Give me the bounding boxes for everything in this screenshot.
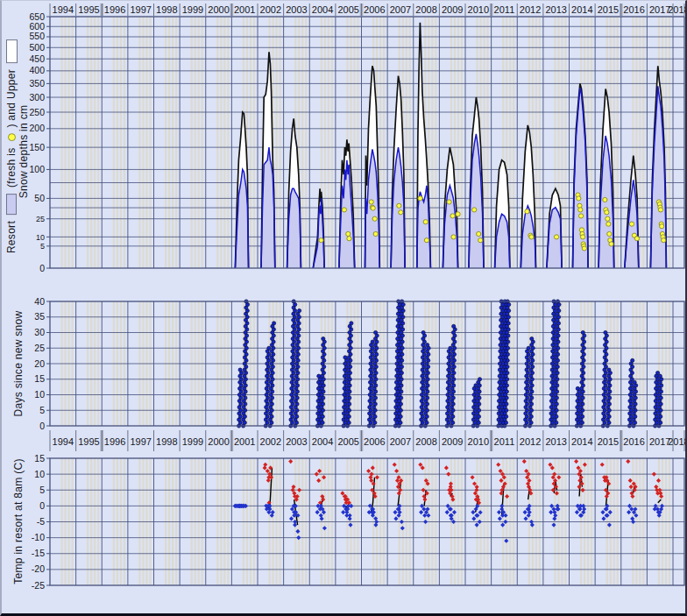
svg-text:400: 400 xyxy=(29,65,45,75)
svg-text:0: 0 xyxy=(39,263,45,273)
year-header-middle: 1994199519961997199819992000200120022003… xyxy=(50,430,687,451)
svg-text:25: 25 xyxy=(36,215,45,223)
year-label: 2001 xyxy=(234,4,255,15)
year-label: 2006 xyxy=(364,436,385,447)
svg-text:10: 10 xyxy=(34,469,45,479)
year-label: 2000 xyxy=(208,436,229,447)
days-y-axis: 4035302520151050 xyxy=(34,296,50,431)
svg-text:500: 500 xyxy=(29,42,45,53)
year-label: 2011 xyxy=(494,436,515,447)
svg-text:10: 10 xyxy=(34,389,45,400)
svg-text:-20: -20 xyxy=(32,563,45,574)
year-label: 2003 xyxy=(286,4,307,15)
year-label: 1998 xyxy=(156,436,177,447)
svg-text:200: 200 xyxy=(29,123,45,133)
temp-y-axis: 151050-5-10-15-20-25 xyxy=(32,453,50,591)
snow-axis-label-line1: Resort (fresh is ) and Upper xyxy=(5,39,18,253)
year-label: 2009 xyxy=(442,436,463,447)
year-label: 2004 xyxy=(312,436,333,447)
svg-text:300: 300 xyxy=(29,92,45,103)
svg-text:40: 40 xyxy=(34,296,45,307)
svg-text:35: 35 xyxy=(34,311,45,322)
resort-depth-swatch xyxy=(6,194,17,215)
year-label: 2000 xyxy=(208,4,229,15)
year-label: 2008 xyxy=(415,436,436,447)
svg-text:450: 450 xyxy=(29,53,45,64)
svg-text:-15: -15 xyxy=(32,548,45,558)
svg-text:600: 600 xyxy=(29,21,45,32)
svg-text:20: 20 xyxy=(34,358,45,369)
svg-text:5: 5 xyxy=(39,485,45,495)
year-label: 2014 xyxy=(571,436,592,447)
year-label: 1995 xyxy=(78,4,99,15)
year-label: 2005 xyxy=(337,4,358,15)
svg-text:5: 5 xyxy=(40,242,45,251)
year-label: 1998 xyxy=(156,4,177,15)
year-label: 1997 xyxy=(130,436,151,447)
days-axis-label: Days since new snow xyxy=(12,310,25,416)
chart-canvas: 1994199519961997199819992000200120022003… xyxy=(2,1,687,616)
svg-text:10: 10 xyxy=(36,233,45,242)
year-label: 1997 xyxy=(130,4,151,15)
year-label: 2009 xyxy=(442,4,463,15)
year-label: 2013 xyxy=(545,436,566,447)
upper-label: ) and Upper xyxy=(5,69,18,128)
panel-borders xyxy=(50,17,684,585)
svg-text:15: 15 xyxy=(34,373,45,384)
year-label: 2010 xyxy=(468,4,489,15)
snow-history-chart: 1994199519961997199819992000200120022003… xyxy=(0,0,687,616)
year-label: 2013 xyxy=(545,4,566,15)
year-label: 2008 xyxy=(415,4,436,15)
svg-text:150: 150 xyxy=(29,142,45,152)
year-label: 1999 xyxy=(182,436,203,447)
svg-text:250: 250 xyxy=(29,107,45,117)
year-label: 2012 xyxy=(520,436,541,447)
year-label: 2002 xyxy=(260,436,281,447)
svg-text:-25: -25 xyxy=(32,580,45,591)
fresh-label-open: (fresh is xyxy=(5,148,18,188)
year-label: 2007 xyxy=(390,4,411,15)
year-label: 1999 xyxy=(182,4,203,15)
temp-axis-label: Temp in resort at 8am (C) xyxy=(12,458,25,584)
year-label: 2011 xyxy=(494,4,515,15)
snow-y-axis: 6506005505004504003503002502001501005025… xyxy=(29,11,50,273)
svg-text:350: 350 xyxy=(29,78,45,89)
year-label: 2005 xyxy=(337,436,358,447)
svg-text:0: 0 xyxy=(39,421,45,431)
svg-text:-5: -5 xyxy=(37,516,45,527)
year-label: 2001 xyxy=(234,436,255,447)
year-label: 2010 xyxy=(468,436,489,447)
year-label: 2016 xyxy=(623,436,644,447)
year-label: 1996 xyxy=(104,436,125,447)
year-label: 1994 xyxy=(53,436,74,447)
year-label: 1994 xyxy=(53,4,74,15)
year-label: 2006 xyxy=(364,4,385,15)
year-label: 2015 xyxy=(598,4,619,15)
year-label: 2007 xyxy=(390,436,411,447)
svg-text:30: 30 xyxy=(34,327,45,337)
snow-axis-label-line2: Snow depths in cm xyxy=(18,105,30,199)
year-label: 2003 xyxy=(286,436,307,447)
upper-depth-swatch xyxy=(6,39,18,63)
svg-text:5: 5 xyxy=(39,405,45,415)
year-label: 2016 xyxy=(623,4,644,15)
svg-text:650: 650 xyxy=(29,11,45,22)
svg-text:50: 50 xyxy=(34,193,45,203)
year-header-top: 1994199519961997199819992000200120022003… xyxy=(50,4,687,16)
year-label: 2004 xyxy=(312,4,333,15)
svg-text:0: 0 xyxy=(39,500,45,511)
year-label: 2015 xyxy=(598,436,619,447)
year-label: 2002 xyxy=(260,4,281,15)
temp-panel xyxy=(233,459,664,543)
year-label: 2012 xyxy=(520,4,541,15)
svg-text:100: 100 xyxy=(29,164,45,174)
year-label: 2014 xyxy=(571,4,592,15)
year-label: 1995 xyxy=(78,436,99,447)
resort-label: Resort xyxy=(5,221,18,253)
year-label: 1996 xyxy=(104,4,125,15)
fresh-snow-dot-icon xyxy=(8,134,16,142)
svg-text:550: 550 xyxy=(29,31,45,41)
year-label: 2018 xyxy=(668,4,687,15)
svg-text:15: 15 xyxy=(34,453,45,464)
year-label: 2018 xyxy=(668,436,687,447)
